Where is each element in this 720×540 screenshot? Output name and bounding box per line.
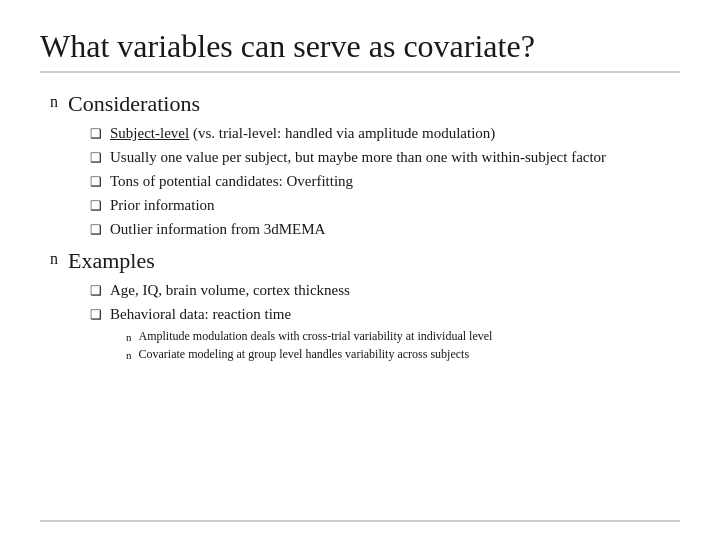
slide: What variables can serve as covariate? n… (0, 0, 720, 540)
sq-marker-5: ❑ (90, 222, 102, 238)
bullet-tons: ❑ Tons of potential candidates: Overfitt… (90, 171, 680, 192)
bullet-outlier: ❑ Outlier information from 3dMEMA (90, 219, 680, 240)
considerations-subbullets: ❑ Subject-level (vs. trial-level: handle… (90, 123, 680, 240)
prior-text: Prior information (110, 195, 215, 216)
behavioral-text: Behavioral data: reaction time (110, 304, 291, 325)
sq-marker-1: ❑ (90, 126, 102, 142)
bullet-behavioral: ❑ Behavioral data: reaction time (90, 304, 680, 325)
bullet-amplitude: n Amplitude modulation deals with cross-… (126, 328, 680, 344)
examples-subbullets: ❑ Age, IQ, brain volume, cortex thicknes… (90, 280, 680, 362)
covariate-text: Covariate modeling at group level handle… (139, 346, 470, 362)
usually-text: Usually one value per subject, but maybe… (110, 147, 606, 168)
subject-level-text: Subject-level (vs. trial-level: handled … (110, 123, 495, 144)
amplitude-text: Amplitude modulation deals with cross-tr… (139, 328, 493, 344)
bullet-covariate: n Covariate modeling at group level hand… (126, 346, 680, 362)
outlier-text: Outlier information from 3dMEMA (110, 219, 325, 240)
content-area: n Considerations ❑ Subject-level (vs. tr… (40, 91, 680, 362)
bullet-age: ❑ Age, IQ, brain volume, cortex thicknes… (90, 280, 680, 301)
bullet-prior: ❑ Prior information (90, 195, 680, 216)
section-examples: n Examples ❑ Age, IQ, brain volume, cort… (50, 248, 680, 362)
bullet-considerations: n Considerations (50, 91, 680, 117)
sq-marker-3: ❑ (90, 174, 102, 190)
slide-title: What variables can serve as covariate? (40, 28, 680, 73)
examples-label: Examples (68, 248, 155, 274)
bullet-examples: n Examples (50, 248, 680, 274)
bullet-usually: ❑ Usually one value per subject, but may… (90, 147, 680, 168)
bullet-subject-level: ❑ Subject-level (vs. trial-level: handle… (90, 123, 680, 144)
age-text: Age, IQ, brain volume, cortex thickness (110, 280, 350, 301)
behavioral-subsubbullets: n Amplitude modulation deals with cross-… (126, 328, 680, 362)
sq-marker-4: ❑ (90, 198, 102, 214)
n-marker-1: n (126, 331, 132, 343)
bullet-level1-marker-2: n (50, 250, 58, 268)
sq-marker-6: ❑ (90, 283, 102, 299)
sq-marker-7: ❑ (90, 307, 102, 323)
tons-text: Tons of potential candidates: Overfittin… (110, 171, 353, 192)
sq-marker-2: ❑ (90, 150, 102, 166)
bottom-divider (40, 520, 680, 522)
section-considerations: n Considerations ❑ Subject-level (vs. tr… (50, 91, 680, 240)
considerations-label: Considerations (68, 91, 200, 117)
n-marker-2: n (126, 349, 132, 361)
bullet-level1-marker: n (50, 93, 58, 111)
